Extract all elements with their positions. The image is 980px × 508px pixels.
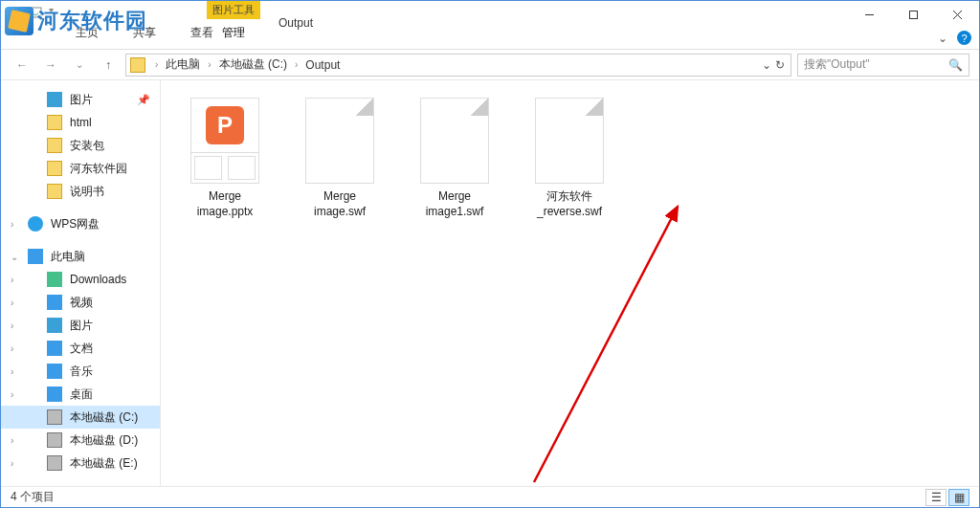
breadcrumb-item[interactable]: 此电脑 xyxy=(164,56,202,73)
icons-view-icon[interactable]: ▦ xyxy=(948,489,969,506)
recent-dropdown-icon[interactable]: ⌄ xyxy=(68,54,91,77)
expand-caret-icon[interactable]: › xyxy=(11,366,13,377)
address-bar: ← → ⌄ ↑ › 此电脑 › 本地磁盘 (C:) › Output ⌄ ↻ 搜… xyxy=(1,50,979,80)
refresh-icon[interactable]: ↻ xyxy=(775,58,785,72)
file-thumbnail xyxy=(420,98,489,184)
file-item[interactable]: PMerge image.pptx xyxy=(182,98,268,219)
file-thumbnail xyxy=(305,98,374,184)
chevron-right-icon[interactable]: › xyxy=(202,59,216,70)
maximize-button[interactable] xyxy=(891,1,935,28)
file-list[interactable]: PMerge image.pptxMerge image.swfMerge im… xyxy=(161,80,979,486)
sidebar-item-label: 说明书 xyxy=(70,184,104,200)
search-icon[interactable]: 🔍 xyxy=(948,58,963,72)
expand-caret-icon[interactable]: › xyxy=(11,219,13,230)
ico-music-icon xyxy=(47,364,62,379)
sidebar-item[interactable]: ›视频 xyxy=(1,291,160,314)
sidebar-item[interactable]: ›文档 xyxy=(1,337,160,360)
search-input[interactable]: 搜索"Output" 🔍 xyxy=(797,54,969,77)
ico-green-icon xyxy=(47,272,62,287)
chevron-right-icon[interactable]: › xyxy=(289,59,303,70)
ico-blue-icon xyxy=(47,387,62,402)
contextual-header: 图片工具 xyxy=(207,1,260,19)
ico-pc-icon xyxy=(28,249,43,264)
breadcrumb[interactable]: › 此电脑 › 本地磁盘 (C:) › Output ⌄ ↻ xyxy=(125,54,791,77)
ico-folder-icon xyxy=(47,138,62,153)
sidebar-item-label: 桌面 xyxy=(70,387,93,403)
sidebar-item-label: html xyxy=(70,116,92,129)
breadcrumb-item[interactable]: Output xyxy=(303,58,342,72)
sidebar-item-label: Downloads xyxy=(70,273,126,286)
search-placeholder: 搜索"Output" xyxy=(804,56,870,73)
file-label: Merge image.pptx xyxy=(182,189,268,219)
sidebar-item-label: 安装包 xyxy=(70,138,104,154)
ico-blue-icon xyxy=(47,341,62,356)
sidebar-item[interactable]: ›WPS网盘 xyxy=(1,212,160,235)
sidebar-item[interactable]: ›图片 xyxy=(1,314,160,337)
ribbon-expand-icon[interactable]: ⌄ xyxy=(938,32,947,45)
ico-pic-icon xyxy=(47,318,62,333)
contextual-tab-group: 图片工具 管理 xyxy=(207,1,260,49)
file-thumbnail xyxy=(535,98,604,184)
sidebar-item-label: 文档 xyxy=(70,341,93,357)
pptx-icon: P xyxy=(206,106,244,144)
file-item[interactable]: Merge image.swf xyxy=(297,98,383,219)
expand-caret-icon[interactable]: › xyxy=(11,320,13,331)
sidebar-item[interactable]: ›本地磁盘 (E:) xyxy=(1,452,160,475)
ico-disk-icon xyxy=(47,432,62,448)
watermark-text: 河东软件园 xyxy=(37,7,147,35)
forward-button[interactable]: → xyxy=(39,54,62,77)
up-button[interactable]: ↑ xyxy=(97,54,120,77)
sidebar-item-label: 图片 xyxy=(70,318,93,334)
view-mode-switch: ☰ ▦ xyxy=(925,489,969,506)
close-button[interactable] xyxy=(935,1,979,28)
sidebar-item[interactable]: html xyxy=(1,111,160,134)
watermark: 河东软件园 xyxy=(5,7,147,35)
sidebar-item[interactable]: 图片📌 xyxy=(1,88,160,111)
file-thumbnail: P xyxy=(190,98,259,184)
breadcrumb-item[interactable]: 本地磁盘 (C:) xyxy=(217,56,289,73)
minimize-button[interactable] xyxy=(847,1,891,28)
window-controls xyxy=(847,1,979,28)
expand-caret-icon[interactable]: › xyxy=(11,458,13,469)
sidebar-item-label: 此电脑 xyxy=(51,249,85,265)
chevron-right-icon[interactable]: › xyxy=(149,59,164,70)
sidebar-item[interactable]: 安装包 xyxy=(1,134,160,157)
sidebar-item[interactable]: ⌄此电脑 xyxy=(1,245,160,268)
file-label: 河东软件_reverse.swf xyxy=(526,189,612,219)
pin-icon[interactable]: 📌 xyxy=(137,94,150,106)
svg-rect-3 xyxy=(909,11,917,18)
tab-manage[interactable]: 管理 xyxy=(207,19,260,49)
history-dropdown-icon[interactable]: ⌄ xyxy=(762,58,771,72)
file-label: Merge image.swf xyxy=(297,189,383,219)
expand-caret-icon[interactable]: › xyxy=(11,389,13,400)
sidebar-item-label: 本地磁盘 (C:) xyxy=(70,409,138,426)
expand-caret-icon[interactable]: › xyxy=(11,298,13,308)
sidebar-item[interactable]: 河东软件园 xyxy=(1,157,160,180)
back-button[interactable]: ← xyxy=(11,54,33,77)
expand-caret-icon[interactable]: › xyxy=(11,275,13,285)
expand-caret-icon[interactable]: › xyxy=(11,435,13,446)
help-icon[interactable]: ? xyxy=(957,31,971,45)
expand-caret-icon[interactable]: › xyxy=(11,343,13,354)
location-icon xyxy=(130,57,145,73)
sidebar-item-label: 视频 xyxy=(70,295,93,311)
sidebar-item[interactable]: 本地磁盘 (C:) xyxy=(1,406,160,429)
ribbon-help-area: ⌄ ? xyxy=(938,31,971,45)
expand-caret-icon[interactable]: ⌄ xyxy=(11,252,18,262)
ico-folder-icon xyxy=(47,115,62,130)
watermark-icon xyxy=(5,7,33,35)
window-title: Output xyxy=(278,16,313,30)
details-view-icon[interactable]: ☰ xyxy=(925,489,947,506)
sidebar-item[interactable]: ›Downloads xyxy=(1,268,160,291)
sidebar-item-label: 音乐 xyxy=(70,364,93,380)
sidebar-item-label: 图片 xyxy=(70,92,93,108)
sidebar-item[interactable]: ›音乐 xyxy=(1,360,160,383)
annotation-arrow xyxy=(515,195,706,492)
sidebar-item[interactable]: 说明书 xyxy=(1,180,160,203)
sidebar-item[interactable]: ›本地磁盘 (D:) xyxy=(1,429,160,452)
file-label: Merge image1.swf xyxy=(412,189,498,219)
sidebar-item[interactable]: ›桌面 xyxy=(1,383,160,406)
file-item[interactable]: 河东软件_reverse.swf xyxy=(526,98,612,219)
sidebar-item-label: WPS网盘 xyxy=(51,216,100,232)
file-item[interactable]: Merge image1.swf xyxy=(412,98,498,219)
